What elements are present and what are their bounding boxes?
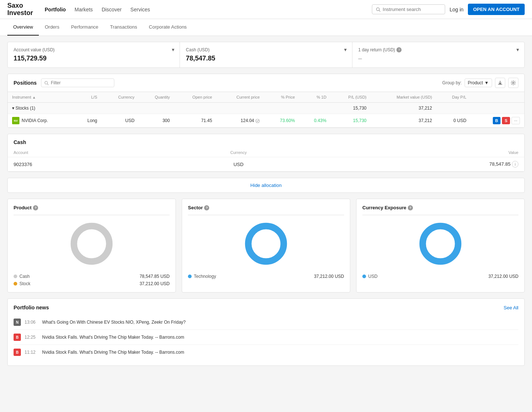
news-item-1[interactable]: N 13:06 What's Going On With Chinese EV … [14,315,518,330]
header-right: Log in OPEN AN ACCOUNT [372,4,525,15]
see-all-button[interactable]: See All [504,305,518,310]
nav-portfolio[interactable]: Portfolio [45,7,66,12]
product-help-icon[interactable]: ? [33,205,38,210]
login-button[interactable]: Log in [450,7,463,12]
group-by-label: Group by: [442,80,462,85]
tab-corporate-actions[interactable]: Corporate Actions [143,19,192,36]
nav-discover[interactable]: Discover [101,7,121,12]
svg-line-3 [47,84,48,85]
search-icon [376,7,381,12]
col-ls[interactable]: L/S [74,92,101,103]
news-icon-1: N [14,319,21,326]
legend-usd: USD 37,212.00 USD [362,274,518,279]
group-by-select[interactable]: Product ▼ [465,78,492,87]
news-section: Portfolio news See All N 13:06 What's Go… [7,298,525,366]
news-item-3[interactable]: B 11:12 Nvidia Stock Falls. What's Drivi… [14,345,518,360]
cash-label: Cash (USD) [186,47,346,52]
currency-help-icon[interactable]: ? [408,205,413,210]
filter-input[interactable] [51,80,111,85]
cash-section-title: Cash [8,134,524,148]
account-value: 115,729.59 [14,55,174,62]
cash-currency: USD [165,157,311,172]
col-pl[interactable]: P/L (USD) [331,92,371,103]
header: Saxo Investor Portfolio Markets Discover… [0,0,532,19]
technology-legend-dot [188,275,192,278]
cash-chevron[interactable]: ▼ [343,47,348,52]
filter-search-icon [44,81,49,85]
news-time-3: 11:12 [25,350,38,355]
svg-line-1 [379,10,380,11]
more-button[interactable]: ··· [511,117,520,124]
tab-overview[interactable]: Overview [7,19,39,36]
product-chart-legend: Cash 78,547.85 USD Stock 37,212.00 USD [14,274,170,286]
col-instrument[interactable]: Instrument ▲ [8,92,74,103]
col-open-price[interactable]: Open price [174,92,216,103]
news-item-2[interactable]: B 12:25 Nvidia Stock Falls. What's Drivi… [14,330,518,345]
positions-header: Positions Group by: Product ▼ [8,74,524,92]
tabs-bar: Overview Orders Performance Transactions… [0,19,532,36]
account-value-label: Account value (USD) [14,47,174,52]
stock-group-name[interactable]: ▾ Stocks (1) [8,103,74,114]
return-help-icon[interactable]: ? [396,47,402,52]
position-open-price: 71.45 [174,114,216,128]
nav-markets[interactable]: Markets [75,7,93,12]
sell-button[interactable]: S [502,117,510,124]
cash-table: Account Currency Value 9023376 USD 78,54… [8,148,524,172]
col-pct-price[interactable]: % Price [264,92,299,103]
sector-donut-chart [240,218,292,269]
tab-orders[interactable]: Orders [39,19,65,36]
position-actions: B S ··· [471,114,524,128]
sector-chart-area [188,218,344,269]
open-account-button[interactable]: OPEN AN ACCOUNT [468,4,525,15]
settings-button[interactable] [508,78,518,88]
instrument-name: NVIDIA Corp. [22,118,48,123]
hide-allocation-button[interactable]: Hide allocation [250,183,281,188]
news-icon-2: B [14,334,21,341]
currency-chart-card: Currency Exposure ? USD 37,212.00 USD [356,199,525,293]
tab-transactions[interactable]: Transactions [104,19,143,36]
instrument-search-box[interactable] [372,4,445,14]
search-input[interactable] [383,7,441,12]
nvidia-icon: NV [12,117,19,124]
cash-value: 78,547.85 [186,55,346,62]
currency-donut-chart [415,218,466,269]
nav-services[interactable]: Services [130,7,150,12]
currency-chart-legend: USD 37,212.00 USD [362,274,518,279]
stock-group-mv: 37,212 [371,103,436,114]
tab-performance[interactable]: Performance [65,19,104,36]
filter-input-wrap[interactable] [41,78,114,87]
sector-chart-card: Sector ? Technology 37,212.00 USD [182,199,350,293]
stock-group-row: ▾ Stocks (1) 15,730 37,212 [8,103,524,114]
col-pct-1d[interactable]: % 1D [299,92,331,103]
buy-button[interactable]: B [493,117,501,124]
svg-point-6 [74,226,110,262]
svg-point-9 [423,226,458,262]
position-current-price: 124.04 [217,114,264,128]
product-chart-area [14,218,170,269]
col-current-price[interactable]: Current price [217,92,264,103]
news-title: Portfolio news [14,305,49,310]
return-card: 1 day return (USD) ? – ▼ [352,42,524,67]
col-market-value[interactable]: Market value (USD) [371,92,436,103]
cash-col-currency: Currency [165,148,311,157]
return-chevron[interactable]: ▼ [516,47,520,52]
sector-help-icon[interactable]: ? [204,205,209,210]
news-text-2: Nvidia Stock Falls. What's Driving The C… [42,335,184,340]
group-by-value: Product [468,80,483,85]
logo: Saxo Investor [7,2,33,17]
col-day-pl[interactable]: Day P/L [436,92,471,103]
account-value-chevron[interactable]: ▼ [171,47,175,52]
group-by-chevron-icon: ▼ [484,80,489,85]
news-time-2: 12:25 [25,335,38,340]
position-pct-price: 73.60% [264,114,299,128]
legend-stock: Stock 37,212.00 USD [14,281,170,286]
news-header: Portfolio news See All [14,305,518,310]
news-text-3: Nvidia Stock Falls. What's Driving The C… [42,350,184,355]
product-chart-card: Product ? Cash 78,547.85 USD [7,199,176,293]
col-currency[interactable]: Currency [101,92,139,103]
download-button[interactable] [495,78,505,88]
legend-cash: Cash 78,547.85 USD [14,274,170,279]
positions-table: Instrument ▲ L/S Currency Quantity Open … [8,92,524,128]
col-quantity[interactable]: Quantity [139,92,174,103]
cash-info-button[interactable]: i [512,161,518,168]
